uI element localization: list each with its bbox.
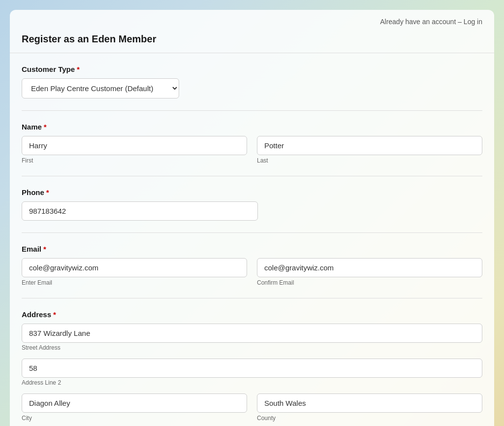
first-name-col: First [22, 136, 247, 164]
name-row: First Last [22, 136, 482, 164]
required-star-phone: * [46, 188, 49, 197]
last-name-input[interactable] [257, 136, 482, 155]
line2-sublabel: Address Line 2 [22, 379, 61, 386]
last-name-sublabel: Last [257, 157, 482, 164]
customer-type-section: Customer Type * Eden Play Centre Custome… [22, 65, 482, 98]
email-row: Enter Email Confirm Email [22, 258, 482, 286]
city-sublabel: City [22, 415, 247, 422]
first-name-input[interactable] [22, 136, 247, 155]
registration-card: Already have an account – Log in Registe… [10, 10, 494, 426]
form-header: Register as an Eden Member [10, 33, 494, 53]
address-label: Address * [22, 310, 482, 319]
required-star-address: * [53, 310, 56, 319]
enter-email-col: Enter Email [22, 258, 247, 286]
city-col: City [22, 393, 247, 422]
enter-email-sublabel: Enter Email [22, 279, 247, 286]
city-input[interactable] [22, 393, 247, 413]
phone-row [22, 201, 482, 221]
customer-type-label: Customer Type * [22, 65, 482, 73]
name-label: Name * [22, 123, 482, 131]
top-bar: Already have an account – Log in [10, 10, 494, 33]
enter-email-input[interactable] [22, 258, 247, 277]
page-title: Register as an Eden Member [22, 33, 482, 45]
address-section: Address * Street Address Address Line 2 … [22, 298, 482, 426]
customer-type-select[interactable]: Eden Play Centre Customer (Default) [22, 78, 179, 98]
county-input[interactable] [257, 393, 482, 413]
phone-label: Phone * [22, 188, 482, 197]
city-county-row: City County [22, 393, 482, 422]
name-section: Name * First Last [22, 110, 482, 164]
last-name-col: Last [257, 136, 482, 164]
required-star-name: * [44, 123, 47, 131]
required-star: * [77, 65, 80, 73]
street-row: Street Address [22, 324, 482, 352]
first-name-sublabel: First [22, 157, 247, 164]
email-label: Email * [22, 245, 482, 253]
county-col: County [257, 393, 482, 422]
login-link[interactable]: Already have an account – Log in [380, 18, 482, 26]
county-sublabel: County [257, 415, 482, 422]
confirm-email-col: Confirm Email [257, 258, 482, 286]
email-section: Email * Enter Email Confirm Email [22, 232, 482, 286]
phone-section: Phone * [22, 176, 482, 221]
form-body: Customer Type * Eden Play Centre Custome… [10, 53, 494, 426]
phone-input[interactable] [22, 201, 258, 221]
confirm-email-input[interactable] [257, 258, 482, 277]
line2-row: Address Line 2 [22, 359, 482, 387]
address-line2-input[interactable] [22, 359, 482, 378]
required-star-email: * [43, 245, 46, 253]
street-input[interactable] [22, 324, 482, 343]
street-sublabel: Street Address [22, 344, 61, 351]
confirm-email-sublabel: Confirm Email [257, 279, 482, 286]
